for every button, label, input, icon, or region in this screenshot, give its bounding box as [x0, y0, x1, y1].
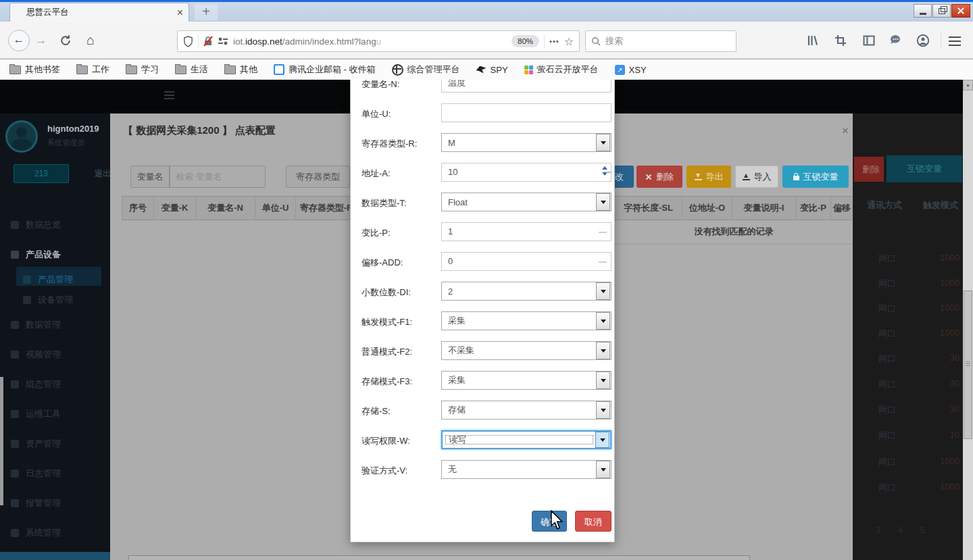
- browser-tab[interactable]: 思普云平台 ×: [9, 3, 189, 22]
- right-delete-button[interactable]: 删除: [854, 157, 884, 182]
- video-icon: [11, 351, 19, 359]
- sidebar-item-log-mgmt[interactable]: 日志管理: [0, 465, 110, 482]
- filter-field-button[interactable]: 变量名: [130, 166, 170, 188]
- home-button[interactable]: ⌂: [86, 32, 95, 48]
- sidebar-item-data-mgmt[interactable]: 数据管理: [0, 317, 110, 333]
- variable-search-input[interactable]: 检索 变量名: [170, 166, 266, 188]
- bookmark-spy[interactable]: SPY: [476, 65, 508, 75]
- tab-close-icon[interactable]: ×: [177, 8, 183, 18]
- menu-icon[interactable]: [949, 36, 961, 49]
- bookmark-tencent-mail[interactable]: 腾讯企业邮箱 - 收件箱: [274, 63, 376, 76]
- bookmark-mgmt-platform[interactable]: 综合管理平台: [392, 63, 460, 76]
- messages-bubble-icon[interactable]: [889, 34, 903, 47]
- library-icon[interactable]: [805, 34, 819, 47]
- col-char-length[interactable]: 字符长度-SL: [615, 197, 682, 220]
- url-bar[interactable]: iot.idosp.net/admin/index.html?langu 80%…: [177, 30, 580, 52]
- scrollbar[interactable]: ▲: [963, 80, 973, 560]
- cell-comm: 网口: [878, 482, 896, 494]
- page-actions-icon[interactable]: •••: [549, 37, 559, 45]
- data-type-select[interactable]: Float: [441, 193, 612, 211]
- bookmark-other[interactable]: 其他书签: [9, 63, 60, 76]
- col-register-type[interactable]: 寄存器类型-R: [296, 197, 357, 220]
- sidebar-item-device-mgmt[interactable]: 设备管理: [0, 292, 110, 308]
- search-bar[interactable]: 搜索: [585, 30, 737, 52]
- rw-permission-select[interactable]: 读写: [441, 430, 612, 449]
- avatar[interactable]: [5, 120, 38, 153]
- bookmark-misc[interactable]: 其他: [224, 63, 257, 76]
- panel-close-icon[interactable]: ×: [842, 124, 849, 138]
- bookmark-ezviz[interactable]: 萤石云开放平台: [524, 63, 599, 76]
- insecure-lock-icon[interactable]: [203, 36, 213, 47]
- sidebar-toggle-icon[interactable]: [862, 34, 876, 47]
- trigger-mode-select[interactable]: 采集: [441, 311, 612, 330]
- storage-select[interactable]: 存储: [441, 401, 612, 419]
- delete-button[interactable]: 删除: [637, 166, 682, 188]
- field-row-address: 地址-A: 10: [351, 163, 614, 182]
- screenshot-crop-icon[interactable]: [834, 34, 847, 47]
- url-text[interactable]: iot.idosp.net/admin/index.html?langu: [233, 36, 381, 47]
- decimals-select[interactable]: 2: [441, 282, 612, 301]
- bookmark-star-icon[interactable]: ☆: [564, 35, 574, 48]
- page-number-3[interactable]: 3: [876, 525, 880, 535]
- bookmark-study[interactable]: 学习: [126, 63, 159, 76]
- unit-input[interactable]: [441, 103, 612, 122]
- sidebar-item-alarm-mgmt[interactable]: 报警管理: [0, 495, 110, 511]
- export-button[interactable]: 导出: [687, 166, 731, 188]
- col-bit-address[interactable]: 位地址-O: [682, 197, 732, 220]
- page-next-icon[interactable]: ›: [943, 525, 945, 535]
- variable-name-input[interactable]: [441, 80, 612, 93]
- col-ratio[interactable]: 变比-P: [796, 197, 831, 220]
- col-variable-k[interactable]: 变量-K: [154, 197, 196, 220]
- import-button[interactable]: 导入: [735, 166, 778, 188]
- reload-button[interactable]: [59, 34, 72, 49]
- scrollbar-thumb[interactable]: [964, 290, 972, 439]
- scroll-up-icon[interactable]: ▲: [963, 80, 973, 91]
- new-tab-button[interactable]: +: [195, 4, 218, 20]
- register-type-select[interactable]: M: [441, 133, 612, 152]
- col-offset[interactable]: 偏移: [831, 197, 853, 220]
- window-minimize-button[interactable]: [914, 4, 932, 18]
- col-unit[interactable]: 单位-U: [255, 197, 296, 220]
- normal-mode-select[interactable]: 不采集: [441, 341, 612, 360]
- back-button[interactable]: ←: [8, 30, 30, 51]
- bookmark-xsy[interactable]: ↗XSY: [615, 65, 647, 75]
- sidebar-item-system-mgmt[interactable]: 系统管理: [0, 525, 110, 541]
- col-trigger-mode[interactable]: 触发模式: [923, 199, 963, 211]
- sidebar-item-ops-tools[interactable]: 运维工具: [0, 406, 110, 422]
- collapse-menu-icon[interactable]: [164, 91, 174, 101]
- window-restore-button[interactable]: [932, 4, 951, 18]
- account-icon[interactable]: [916, 34, 930, 47]
- page-number-5[interactable]: 5: [920, 525, 925, 535]
- sidebar-item-product-mgmt[interactable]: 产品管理: [0, 272, 110, 288]
- bookmark-life[interactable]: 生活: [175, 63, 208, 76]
- storage-mode-select[interactable]: 采集: [441, 371, 612, 390]
- sidebar-item-asset-mgmt[interactable]: 资产管理: [0, 436, 110, 452]
- address-stepper[interactable]: 10: [441, 163, 612, 182]
- sidebar-badge-button[interactable]: 213: [14, 164, 69, 183]
- verify-mode-select[interactable]: 无: [441, 460, 612, 479]
- bookmark-work[interactable]: 工作: [76, 63, 109, 76]
- window-close-button[interactable]: [951, 4, 970, 18]
- logout-link[interactable]: 退出: [95, 168, 111, 180]
- col-variable-name[interactable]: 变量名-N: [196, 197, 255, 220]
- ratio-input[interactable]: 1: [441, 222, 612, 241]
- sidebar-item-overview[interactable]: 数据总览: [0, 217, 110, 233]
- col-comm-mode[interactable]: 通讯方式: [867, 199, 902, 211]
- forward-button[interactable]: →: [35, 34, 47, 47]
- interlock-button[interactable]: 互锁变量: [782, 166, 849, 188]
- zoom-level-badge[interactable]: 80%: [512, 35, 539, 47]
- shield-icon[interactable]: [183, 36, 193, 47]
- overview-icon: [11, 221, 19, 229]
- spinner-arrows-icon[interactable]: [602, 166, 607, 176]
- cancel-button[interactable]: 取消: [575, 511, 612, 532]
- offset-input[interactable]: 0: [441, 252, 612, 271]
- sidebar-item-product-device[interactable]: 产品设备: [0, 247, 110, 263]
- col-seq[interactable]: 序号: [122, 197, 154, 220]
- page-number-4[interactable]: 4: [898, 525, 903, 535]
- sidebar-item-scada-mgmt[interactable]: 组态管理: [0, 376, 110, 392]
- register-type-button[interactable]: 寄存器类型: [286, 166, 350, 188]
- right-interlock-button[interactable]: 互锁变量: [887, 155, 962, 182]
- col-description[interactable]: 变量说明-I: [732, 197, 796, 220]
- permissions-icon[interactable]: [218, 37, 228, 45]
- sidebar-item-video-mgmt[interactable]: 视频管理: [0, 347, 110, 363]
